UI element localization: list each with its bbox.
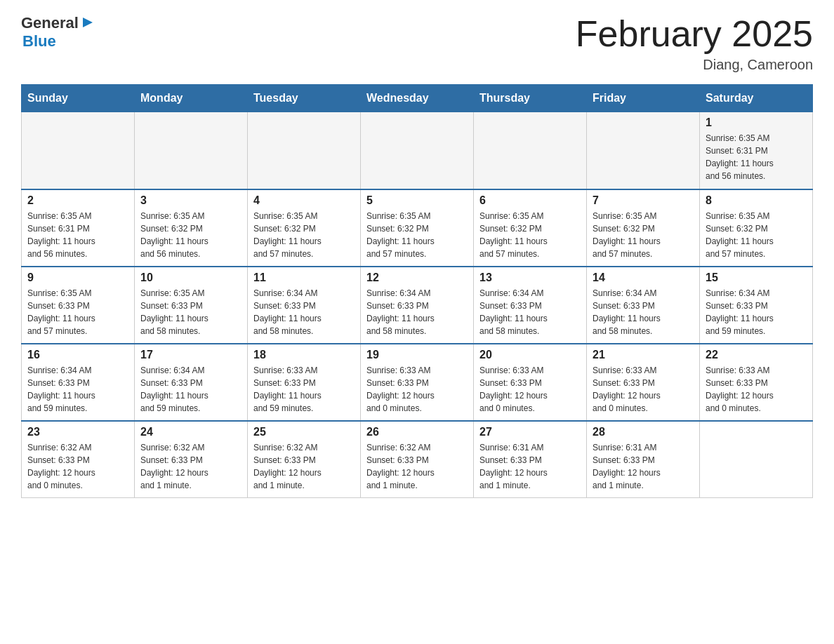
calendar-cell: 11Sunrise: 6:34 AM Sunset: 6:33 PM Dayli…	[248, 267, 361, 344]
day-info: Sunrise: 6:34 AM Sunset: 6:33 PM Dayligh…	[479, 287, 581, 337]
calendar-cell: 9Sunrise: 6:35 AM Sunset: 6:33 PM Daylig…	[22, 267, 135, 344]
day-info: Sunrise: 6:31 AM Sunset: 6:33 PM Dayligh…	[593, 441, 694, 492]
day-info: Sunrise: 6:35 AM Sunset: 6:32 PM Dayligh…	[253, 210, 355, 260]
day-number: 6	[479, 194, 581, 207]
calendar-cell: 5Sunrise: 6:35 AM Sunset: 6:32 PM Daylig…	[361, 189, 474, 267]
day-info: Sunrise: 6:32 AM Sunset: 6:33 PM Dayligh…	[366, 441, 468, 492]
day-info: Sunrise: 6:33 AM Sunset: 6:33 PM Dayligh…	[366, 364, 468, 415]
calendar-cell: 28Sunrise: 6:31 AM Sunset: 6:33 PM Dayli…	[587, 421, 700, 498]
day-number: 20	[479, 349, 581, 361]
day-number: 11	[253, 271, 355, 284]
day-info: Sunrise: 6:33 AM Sunset: 6:33 PM Dayligh…	[479, 364, 581, 415]
svg-marker-0	[83, 18, 93, 27]
calendar-cell: 16Sunrise: 6:34 AM Sunset: 6:33 PM Dayli…	[22, 344, 135, 421]
day-number: 26	[366, 426, 468, 438]
day-info: Sunrise: 6:34 AM Sunset: 6:33 PM Dayligh…	[27, 364, 128, 415]
calendar-cell: 12Sunrise: 6:34 AM Sunset: 6:33 PM Dayli…	[361, 267, 474, 344]
week-row-1: 1Sunrise: 6:35 AM Sunset: 6:31 PM Daylig…	[22, 112, 813, 189]
calendar-cell: 1Sunrise: 6:35 AM Sunset: 6:31 PM Daylig…	[700, 112, 813, 189]
week-row-3: 9Sunrise: 6:35 AM Sunset: 6:33 PM Daylig…	[22, 267, 813, 344]
day-info: Sunrise: 6:33 AM Sunset: 6:33 PM Dayligh…	[253, 364, 355, 415]
day-number: 5	[366, 194, 468, 207]
calendar-cell	[361, 112, 474, 189]
calendar-cell: 6Sunrise: 6:35 AM Sunset: 6:32 PM Daylig…	[474, 189, 587, 267]
day-info: Sunrise: 6:32 AM Sunset: 6:33 PM Dayligh…	[140, 441, 241, 492]
day-number: 15	[706, 271, 807, 284]
day-number: 2	[27, 194, 128, 207]
day-number: 22	[706, 349, 807, 361]
calendar-cell: 15Sunrise: 6:34 AM Sunset: 6:33 PM Dayli…	[700, 267, 813, 344]
day-number: 3	[140, 194, 241, 207]
day-info: Sunrise: 6:35 AM Sunset: 6:32 PM Dayligh…	[706, 210, 807, 260]
day-info: Sunrise: 6:34 AM Sunset: 6:33 PM Dayligh…	[706, 287, 807, 337]
day-number: 27	[479, 426, 581, 438]
day-header-monday: Monday	[135, 85, 248, 112]
calendar-cell: 23Sunrise: 6:32 AM Sunset: 6:33 PM Dayli…	[22, 421, 135, 498]
day-info: Sunrise: 6:32 AM Sunset: 6:33 PM Dayligh…	[253, 441, 355, 492]
week-row-5: 23Sunrise: 6:32 AM Sunset: 6:33 PM Dayli…	[22, 421, 813, 498]
day-number: 10	[140, 271, 241, 284]
calendar-cell: 25Sunrise: 6:32 AM Sunset: 6:33 PM Dayli…	[248, 421, 361, 498]
day-info: Sunrise: 6:34 AM Sunset: 6:33 PM Dayligh…	[253, 287, 355, 337]
day-info: Sunrise: 6:34 AM Sunset: 6:33 PM Dayligh…	[593, 287, 694, 337]
calendar-title: February 2025	[576, 14, 813, 54]
day-header-sunday: Sunday	[22, 85, 135, 112]
calendar-cell	[248, 112, 361, 189]
calendar-subtitle: Diang, Cameroon	[576, 57, 813, 73]
day-number: 8	[706, 194, 807, 207]
day-info: Sunrise: 6:35 AM Sunset: 6:33 PM Dayligh…	[140, 287, 241, 337]
day-info: Sunrise: 6:35 AM Sunset: 6:32 PM Dayligh…	[366, 210, 468, 260]
day-info: Sunrise: 6:35 AM Sunset: 6:31 PM Dayligh…	[27, 210, 128, 260]
calendar-cell: 24Sunrise: 6:32 AM Sunset: 6:33 PM Dayli…	[135, 421, 248, 498]
calendar-cell: 19Sunrise: 6:33 AM Sunset: 6:33 PM Dayli…	[361, 344, 474, 421]
calendar-cell: 14Sunrise: 6:34 AM Sunset: 6:33 PM Dayli…	[587, 267, 700, 344]
day-number: 4	[253, 194, 355, 207]
day-header-friday: Friday	[587, 85, 700, 112]
calendar-cell: 17Sunrise: 6:34 AM Sunset: 6:33 PM Dayli…	[135, 344, 248, 421]
logo-general: General	[21, 14, 79, 32]
week-row-4: 16Sunrise: 6:34 AM Sunset: 6:33 PM Dayli…	[22, 344, 813, 421]
calendar-cell: 20Sunrise: 6:33 AM Sunset: 6:33 PM Dayli…	[474, 344, 587, 421]
calendar-cell	[474, 112, 587, 189]
day-info: Sunrise: 6:35 AM Sunset: 6:32 PM Dayligh…	[593, 210, 694, 260]
calendar-cell	[22, 112, 135, 189]
calendar-cell: 18Sunrise: 6:33 AM Sunset: 6:33 PM Dayli…	[248, 344, 361, 421]
day-number: 23	[27, 426, 128, 438]
day-number: 7	[593, 194, 694, 207]
day-number: 19	[366, 349, 468, 361]
day-info: Sunrise: 6:32 AM Sunset: 6:33 PM Dayligh…	[27, 441, 128, 492]
calendar-cell: 2Sunrise: 6:35 AM Sunset: 6:31 PM Daylig…	[22, 189, 135, 267]
calendar-cell	[700, 421, 813, 498]
calendar-cell: 21Sunrise: 6:33 AM Sunset: 6:33 PM Dayli…	[587, 344, 700, 421]
day-number: 17	[140, 349, 241, 361]
day-number: 24	[140, 426, 241, 438]
day-number: 16	[27, 349, 128, 361]
logo: General Blue	[21, 14, 95, 51]
day-header-saturday: Saturday	[700, 85, 813, 112]
day-info: Sunrise: 6:35 AM Sunset: 6:33 PM Dayligh…	[27, 287, 128, 337]
calendar-table: SundayMondayTuesdayWednesdayThursdayFrid…	[21, 84, 813, 498]
day-info: Sunrise: 6:34 AM Sunset: 6:33 PM Dayligh…	[366, 287, 468, 337]
day-info: Sunrise: 6:35 AM Sunset: 6:31 PM Dayligh…	[706, 132, 807, 182]
day-number: 25	[253, 426, 355, 438]
day-info: Sunrise: 6:35 AM Sunset: 6:32 PM Dayligh…	[479, 210, 581, 260]
day-number: 21	[593, 349, 694, 361]
calendar-cell	[587, 112, 700, 189]
day-number: 12	[366, 271, 468, 284]
calendar-cell: 13Sunrise: 6:34 AM Sunset: 6:33 PM Dayli…	[474, 267, 587, 344]
calendar-cell	[135, 112, 248, 189]
day-info: Sunrise: 6:34 AM Sunset: 6:33 PM Dayligh…	[140, 364, 241, 415]
calendar-cell: 8Sunrise: 6:35 AM Sunset: 6:32 PM Daylig…	[700, 189, 813, 267]
calendar-cell: 7Sunrise: 6:35 AM Sunset: 6:32 PM Daylig…	[587, 189, 700, 267]
day-number: 9	[27, 271, 128, 284]
day-info: Sunrise: 6:31 AM Sunset: 6:33 PM Dayligh…	[479, 441, 581, 492]
day-number: 18	[253, 349, 355, 361]
logo-arrow-icon	[80, 15, 95, 30]
week-row-2: 2Sunrise: 6:35 AM Sunset: 6:31 PM Daylig…	[22, 189, 813, 267]
day-number: 1	[706, 116, 807, 129]
logo-blue: Blue	[22, 32, 56, 51]
calendar-cell: 4Sunrise: 6:35 AM Sunset: 6:32 PM Daylig…	[248, 189, 361, 267]
header-area: General Blue February 2025 Diang, Camero…	[21, 14, 813, 73]
day-info: Sunrise: 6:35 AM Sunset: 6:32 PM Dayligh…	[140, 210, 241, 260]
calendar-cell: 22Sunrise: 6:33 AM Sunset: 6:33 PM Dayli…	[700, 344, 813, 421]
